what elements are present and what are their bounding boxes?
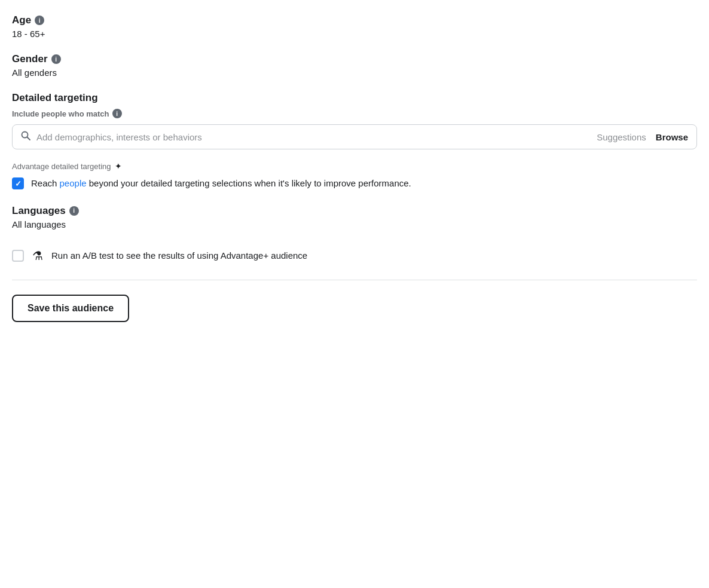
sparkle-icon: ✦	[115, 161, 122, 171]
gender-title: Gender i	[12, 53, 697, 65]
search-icon	[21, 131, 30, 143]
advantage-text-link[interactable]: people	[60, 178, 87, 188]
search-placeholder-text: Add demographics, interests or behaviors	[36, 132, 591, 142]
browse-button[interactable]: Browse	[656, 132, 688, 142]
search-actions: Suggestions Browse	[597, 132, 688, 142]
advantage-checkbox[interactable]: ✓	[12, 177, 24, 189]
include-info-icon[interactable]: i	[112, 109, 122, 118]
age-title: Age i	[12, 14, 697, 26]
languages-label: Languages	[12, 205, 66, 217]
gender-section: Gender i All genders	[12, 53, 697, 78]
save-audience-button[interactable]: Save this audience	[12, 295, 129, 322]
section-divider	[12, 280, 697, 280]
advantage-section: Advantage detailed targeting ✦ ✓ Reach p…	[12, 161, 697, 191]
detailed-targeting-title: Detailed targeting	[12, 92, 697, 104]
languages-section: Languages i All languages	[12, 205, 697, 229]
include-label-text: Include people who match	[12, 109, 109, 118]
ab-test-label: Run an A/B test to see the results of us…	[51, 250, 307, 261]
age-info-icon[interactable]: i	[35, 16, 44, 25]
include-label: Include people who match i	[12, 109, 697, 118]
gender-value: All genders	[12, 68, 697, 78]
languages-value: All languages	[12, 219, 697, 229]
age-value: 18 - 65+	[12, 29, 697, 39]
targeting-search-box[interactable]: Add demographics, interests or behaviors…	[12, 124, 697, 149]
age-section: Age i 18 - 65+	[12, 14, 697, 39]
languages-title: Languages i	[12, 205, 697, 217]
ab-test-checkbox[interactable]	[12, 250, 24, 262]
age-label: Age	[12, 14, 31, 26]
suggestions-label[interactable]: Suggestions	[597, 132, 646, 142]
advantage-text-after: beyond your detailed targeting selection…	[87, 178, 411, 188]
advantage-checkbox-row: ✓ Reach people beyond your detailed targ…	[12, 177, 697, 191]
languages-info-icon[interactable]: i	[69, 206, 79, 216]
gender-label: Gender	[12, 53, 48, 65]
checkmark-icon: ✓	[15, 179, 22, 188]
advantage-label: Advantage detailed targeting ✦	[12, 161, 697, 171]
svg-line-1	[27, 137, 30, 140]
advantage-label-text: Advantage detailed targeting	[12, 162, 111, 171]
advantage-description: Reach people beyond your detailed target…	[31, 177, 411, 191]
advantage-text-before: Reach	[31, 178, 60, 188]
flask-icon: ⚗	[32, 249, 43, 263]
detailed-targeting-section: Detailed targeting Include people who ma…	[12, 92, 697, 149]
gender-info-icon[interactable]: i	[51, 54, 61, 64]
ab-test-row: ⚗ Run an A/B test to see the results of …	[12, 246, 697, 265]
